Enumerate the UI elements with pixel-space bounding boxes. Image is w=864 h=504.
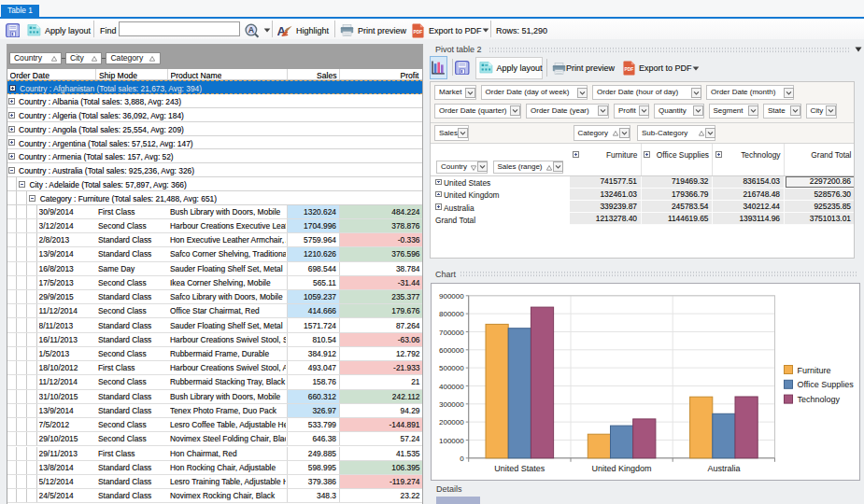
svg-text:500000: 500000 — [439, 364, 464, 372]
svg-text:Australia: Australia — [707, 463, 740, 472]
svg-text:Furniture: Furniture — [798, 365, 831, 374]
svg-text:PDF: PDF — [414, 30, 423, 35]
svg-text:800000: 800000 — [439, 310, 464, 318]
svg-text:United States: United States — [494, 463, 545, 472]
svg-text:A: A — [248, 25, 255, 35]
svg-text:0: 0 — [460, 454, 464, 462]
svg-text:300000: 300000 — [439, 399, 464, 408]
svg-text:100000: 100000 — [439, 436, 464, 444]
svg-text:Technology: Technology — [798, 395, 841, 404]
svg-text:200000: 200000 — [439, 418, 464, 427]
svg-text:600000: 600000 — [439, 345, 464, 354]
svg-text:United Kingdom: United Kingdom — [592, 463, 652, 472]
svg-text:400000: 400000 — [439, 382, 464, 390]
svg-text:900000: 900000 — [439, 291, 464, 300]
svg-text:Office Supplies: Office Supplies — [798, 380, 855, 389]
svg-text:PDF: PDF — [625, 67, 634, 72]
svg-text:700000: 700000 — [439, 328, 464, 336]
